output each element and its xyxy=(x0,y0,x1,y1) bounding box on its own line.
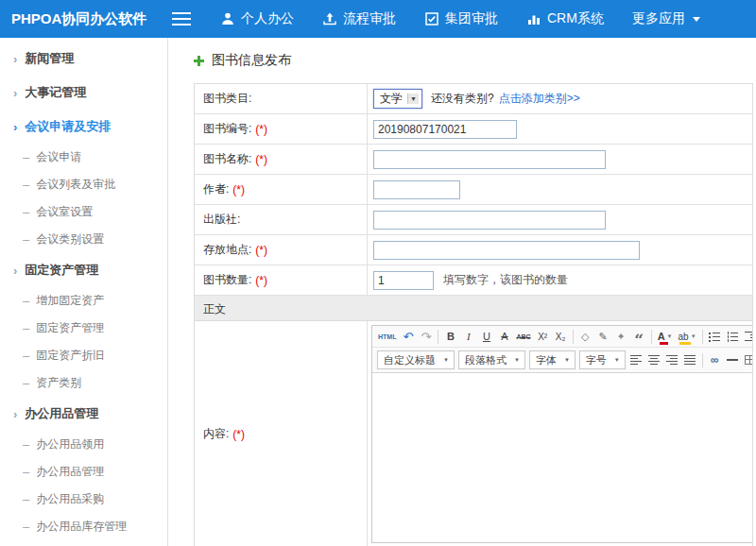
nav-personal-office[interactable]: 个人办公 xyxy=(206,0,308,38)
sidebar-item-asset-depreciation[interactable]: –固定资产折旧 xyxy=(0,342,167,369)
category-select-value: 文学 xyxy=(380,91,403,107)
body-section-bar: 正文 xyxy=(195,296,752,321)
sidebar-item-approval-permission[interactable]: –审批权限设置 xyxy=(0,540,167,546)
blockquote-button[interactable]: “ xyxy=(631,328,647,345)
page-title-text: 图书信息发布 xyxy=(212,52,291,69)
sidebar-item-supplies-claim[interactable]: –办公用品领用 xyxy=(0,431,167,458)
sidebar-item-meeting-room[interactable]: –会议室设置 xyxy=(0,198,167,226)
sidebar-group-memorabilia[interactable]: ›大事记管理 xyxy=(0,76,167,110)
paragraph-format-select[interactable]: 段落格式▼ xyxy=(458,350,525,369)
sidebar-item-label: 办公用品库存管理 xyxy=(36,519,127,535)
quantity-row: 图书数量:(*) 填写数字，该图书的数量 xyxy=(195,265,752,296)
spellcheck-button[interactable]: ABC xyxy=(514,328,532,345)
sidebar-item-meeting-list[interactable]: –会议列表及审批 xyxy=(0,171,167,198)
book-name-input[interactable] xyxy=(373,150,606,169)
nav-more-apps[interactable]: 更多应用 xyxy=(618,0,714,38)
align-center-button[interactable] xyxy=(646,351,662,368)
unordered-list-icon xyxy=(709,332,721,342)
auto-typeset-button[interactable]: ✦ xyxy=(613,328,629,345)
sidebar-item-meeting-category[interactable]: –会议类别设置 xyxy=(0,226,167,253)
sidebar-item-label: 办公用品领用 xyxy=(36,436,104,452)
nav-label: 更多应用 xyxy=(632,10,685,27)
book-form: 图书类目: 文学 ▼ 还没有类别? 点击添加类别>> 图书编号:(*) xyxy=(194,83,753,546)
toolbar-separator xyxy=(438,330,438,344)
highlight-color-button[interactable]: ab▼ xyxy=(677,328,698,345)
bold-button[interactable]: B xyxy=(442,328,458,345)
custom-title-select[interactable]: 自定义标题▼ xyxy=(377,350,455,369)
sidebar-item-label: 办公用品管理 xyxy=(36,464,104,480)
book-no-label: 图书编号:(*) xyxy=(195,114,368,144)
subscript-button[interactable]: X₂ xyxy=(553,328,569,345)
nav-label: 个人办公 xyxy=(241,10,294,27)
horizontal-rule-button[interactable] xyxy=(725,351,741,368)
nav-crm-system[interactable]: CRM系统 xyxy=(512,0,618,38)
toolbar-separator xyxy=(573,330,574,344)
sidebar-item-supplies-stock[interactable]: –办公用品库存管理 xyxy=(0,513,167,540)
horizontal-rule-icon xyxy=(727,355,738,365)
sidebar-item-label: 办公用品采购 xyxy=(36,491,104,507)
select-label: 字号 xyxy=(586,353,607,367)
author-row: 作者:(*) xyxy=(195,175,752,205)
align-justify-button[interactable] xyxy=(682,351,698,368)
editor-content-area[interactable] xyxy=(372,373,752,542)
publisher-input[interactable] xyxy=(373,211,606,230)
superscript-button[interactable]: X² xyxy=(535,328,551,345)
category-select[interactable]: 文学 ▼ xyxy=(373,89,422,109)
font-family-select[interactable]: 字体▼ xyxy=(529,350,576,369)
location-row: 存放地点:(*) xyxy=(195,235,752,265)
undo-button[interactable]: ↶ xyxy=(400,328,416,345)
sidebar-item-label: 大事记管理 xyxy=(25,84,86,101)
insert-link-button[interactable]: ∞ xyxy=(707,351,723,368)
sidebar-group-news[interactable]: ›新闻管理 xyxy=(0,42,167,76)
sidebar-item-meeting-apply[interactable]: –会议申请 xyxy=(0,144,167,171)
rich-text-editor: HTML↶↷BIUAABCX²X₂◇✎✦“A▼ab▼ 自定义标题▼段落格式▼字体… xyxy=(371,325,752,543)
flow-upload-icon xyxy=(322,11,337,26)
sidebar-item-supplies-purchase[interactable]: –办公用品采购 xyxy=(0,486,167,513)
indent-button[interactable] xyxy=(743,328,752,345)
select-label: 字体 xyxy=(536,353,557,367)
top-nav: 个人办公 流程审批 集团审批 CRM系统 更多应用 xyxy=(206,0,714,38)
sidebar-group-meeting[interactable]: ›会议申请及安排 xyxy=(0,110,167,144)
align-left-button[interactable] xyxy=(628,351,644,368)
format-painter-button[interactable]: ✎ xyxy=(595,328,611,345)
italic-button[interactable]: I xyxy=(460,328,476,345)
sidebar-item-label: 会议室设置 xyxy=(36,204,93,220)
redo-button[interactable]: ↷ xyxy=(418,328,434,345)
editor-toolbar-row2: 自定义标题▼段落格式▼字体▼字号▼∞ xyxy=(372,348,752,373)
check-square-icon xyxy=(424,11,439,26)
content-row: 内容:(*) HTML↶↷BIUAABCX²X₂◇✎✦“A▼ab▼ 自定义标题▼… xyxy=(195,321,752,546)
chevron-right-icon: › xyxy=(13,87,17,99)
nav-process-approval[interactable]: 流程审批 xyxy=(308,0,410,38)
underline-button[interactable]: U xyxy=(478,328,494,345)
font-size-select[interactable]: 字号▼ xyxy=(579,350,626,369)
html-source-button[interactable]: HTML xyxy=(376,328,398,345)
align-right-button[interactable] xyxy=(664,351,680,368)
strikethrough-button[interactable]: A xyxy=(496,328,512,345)
sidebar-item-supplies-manage[interactable]: –办公用品管理 xyxy=(0,458,167,486)
sidebar-group-fixed-assets[interactable]: ›固定资产管理 xyxy=(0,253,167,287)
book-name-row: 图书名称:(*) xyxy=(195,145,752,175)
ordered-list-button[interactable] xyxy=(725,328,741,345)
caret-down-icon: ▼ xyxy=(691,333,696,339)
caret-down-icon: ▼ xyxy=(443,357,449,363)
sidebar-item-asset-category[interactable]: –资产类别 xyxy=(0,369,167,397)
author-input[interactable] xyxy=(373,180,460,199)
sidebar-menu: ›新闻管理›大事记管理›会议申请及安排–会议申请–会议列表及审批–会议室设置–会… xyxy=(0,42,167,546)
sidebar-item-asset-manage[interactable]: –固定资产管理 xyxy=(0,315,167,342)
sidebar-item-label: 办公用品管理 xyxy=(25,405,98,422)
insert-table-button[interactable] xyxy=(743,351,752,368)
unordered-list-button[interactable] xyxy=(707,328,723,345)
nav-group-approval[interactable]: 集团审批 xyxy=(410,0,512,38)
remove-format-button[interactable]: ◇ xyxy=(577,328,593,345)
sidebar-item-asset-add[interactable]: –增加固定资产 xyxy=(0,287,167,315)
location-input[interactable] xyxy=(373,241,640,260)
location-label: 存放地点:(*) xyxy=(195,235,368,264)
hamburger-menu-button[interactable] xyxy=(172,12,191,26)
add-category-link[interactable]: 点击添加类别>> xyxy=(499,91,580,107)
book-no-input[interactable] xyxy=(373,120,517,139)
main-panel: 图书信息发布 图书类目: 文学 ▼ 还没有类别? 点击添加类别>> 图 xyxy=(168,38,756,546)
font-color-button[interactable]: A▼ xyxy=(656,328,675,345)
quantity-input[interactable] xyxy=(373,271,434,290)
sidebar-group-office-supplies[interactable]: ›办公用品管理 xyxy=(0,397,167,431)
dash-icon: – xyxy=(23,233,29,246)
